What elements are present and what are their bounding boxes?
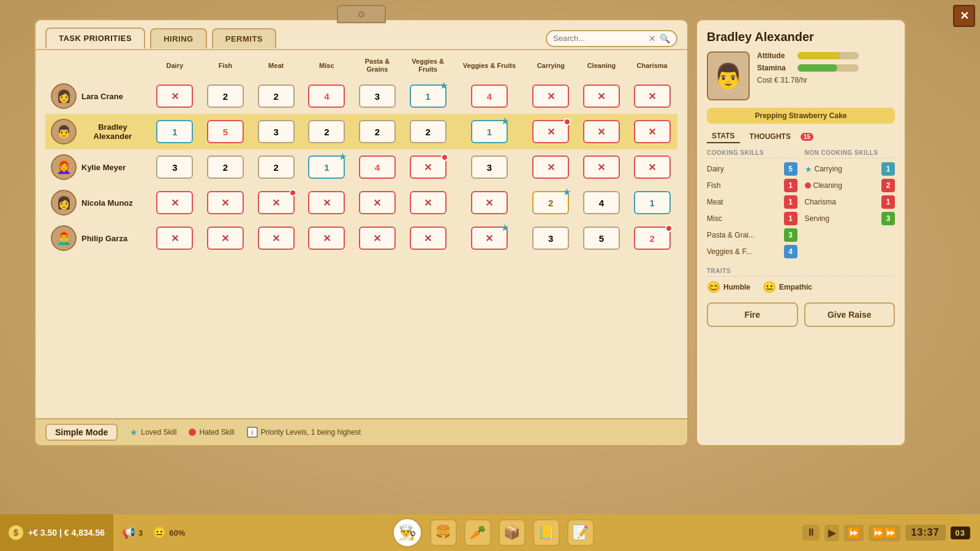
bottom-bar: Simple Mode ★ Loved Skill Hated Skill i …	[36, 418, 687, 445]
give-raise-button[interactable]: Give Raise	[804, 302, 895, 327]
skill-cell[interactable]: ✕	[359, 191, 396, 214]
skill-cell[interactable]: ✕	[207, 227, 244, 250]
skill-cell[interactable]: 2	[258, 84, 295, 108]
skill-cell[interactable]: ✕★	[471, 227, 508, 250]
skill-cell[interactable]: 3	[156, 156, 193, 179]
skill-cell[interactable]: 5	[583, 227, 620, 250]
ledger-nav-icon[interactable]: 📒	[533, 519, 560, 546]
skill-cell[interactable]: ✕	[258, 191, 295, 214]
skill-cell[interactable]: ✕	[410, 227, 447, 250]
skill-cell[interactable]: 5	[207, 120, 244, 143]
skill-cell[interactable]: 2	[359, 120, 396, 143]
skill-cell[interactable]: ✕	[583, 84, 620, 108]
skill-cell[interactable]: 4	[359, 156, 396, 179]
trait-name: Empathic	[779, 283, 812, 291]
skill-cell[interactable]: 3	[258, 120, 295, 143]
fast-forward-button[interactable]: ⏩	[844, 525, 864, 541]
skills-table: Dairy Fish Meat Misc Pasta & Grains Vegg…	[45, 55, 677, 256]
menu-nav-icon[interactable]: 🍔	[430, 519, 457, 546]
pause-button[interactable]: ⏸	[802, 525, 820, 541]
worker-row-kylie-meyer[interactable]: 👩‍🦰 Kylie Meyer 3 2 2 1★ 4 ✕ 3 ✕ ✕ ✕	[45, 149, 677, 185]
worker-row-lara-crane[interactable]: 👩 Lara Crane ✕ 2 2 4 3 1★ 4 ✕ ✕ ✕	[45, 78, 677, 114]
close-button[interactable]: ✕	[953, 5, 975, 27]
worker-row-nicola-munoz[interactable]: 👩 Nicola Munoz ✕ ✕ ✕ ✕ ✕ ✕ ✕ 2★ 4 1	[45, 185, 677, 220]
tab-task-priorities[interactable]: TASK PRIORITIES	[45, 28, 145, 49]
chef-nav-icon[interactable]: 👨‍🍳	[392, 517, 423, 548]
skill-cell[interactable]: 1	[634, 191, 671, 214]
skill-cell[interactable]: 3	[359, 84, 396, 108]
simple-mode-label[interactable]: Simple Mode	[45, 424, 118, 441]
skill-cell[interactable]: ✕	[634, 156, 671, 179]
skill-value-badge: 3	[784, 228, 797, 242]
skill-cell[interactable]: 2★	[532, 191, 569, 214]
skill-td-meat: 2	[251, 149, 301, 185]
skill-cell[interactable]: 1★	[471, 120, 508, 143]
skill-cell[interactable]: 1★	[410, 84, 447, 108]
skill-cell[interactable]: ✕	[583, 120, 620, 143]
skill-cell[interactable]: ✕	[583, 156, 620, 179]
worker-detail-card: 👨 Attitude Stamina Cost € 31.78/hr	[707, 51, 895, 100]
col-header-pasta: Pasta & Grains	[352, 55, 403, 78]
skill-cell[interactable]: 1	[156, 120, 193, 143]
skill-cell[interactable]: ✕	[308, 191, 345, 214]
skill-cell[interactable]: ✕	[156, 227, 193, 250]
skill-cell[interactable]: ✕	[410, 191, 447, 214]
tab-permits[interactable]: PERMITS	[212, 28, 276, 48]
skill-cell[interactable]: ✕	[410, 156, 447, 179]
priority-icon: i	[247, 427, 258, 438]
skill-cell[interactable]: ✕	[532, 84, 569, 108]
traits-section: TRAITS 😊 Humble 😐 Empathic	[707, 268, 895, 294]
search-input[interactable]	[553, 34, 645, 43]
skill-td-misc: ✕	[301, 220, 352, 256]
taskbar-controls: ⏸ ▶ ⏩ ⏩⏩ 13:37 03	[793, 525, 980, 541]
col-header-misc: Misc	[301, 55, 352, 78]
skill-cell[interactable]: ✕	[359, 227, 396, 250]
search-clear-icon[interactable]: ✕	[649, 34, 656, 43]
skill-cell[interactable]: ✕	[308, 227, 345, 250]
skill-cell[interactable]: ✕	[532, 156, 569, 179]
skill-cell[interactable]: 3	[532, 227, 569, 250]
skill-td-fish: 2	[200, 78, 251, 114]
fire-button[interactable]: Fire	[707, 302, 798, 327]
skill-cell[interactable]: 2	[207, 156, 244, 179]
faster-button[interactable]: ⏩⏩	[869, 525, 900, 541]
detail-tab-stats[interactable]: STATS	[707, 130, 740, 143]
tab-hiring[interactable]: HIRING	[150, 28, 207, 48]
trait-name: Humble	[723, 283, 750, 291]
skill-cell[interactable]: 1★	[308, 156, 345, 179]
ingredients-nav-icon[interactable]: 🥕	[464, 519, 491, 546]
skill-cell[interactable]: 2	[634, 227, 671, 250]
skill-cell[interactable]: ✕	[207, 191, 244, 214]
skill-cell[interactable]: 4	[583, 191, 620, 214]
play-button[interactable]: ▶	[824, 525, 839, 541]
hated-icon	[805, 182, 811, 189]
skill-cell[interactable]: 3	[471, 156, 508, 179]
worker-row-philip-garza[interactable]: 👨‍🦰 Philip Garza ✕ ✕ ✕ ✕ ✕ ✕ ✕★ 3 5 2	[45, 220, 677, 256]
skill-cell[interactable]: ✕	[634, 84, 671, 108]
skill-cell[interactable]: 2	[308, 120, 345, 143]
hated-dot-icon	[665, 225, 673, 232]
alert-item-notifications[interactable]: 📢 3	[122, 526, 143, 539]
skill-cell[interactable]: ✕	[156, 191, 193, 214]
skill-cell[interactable]: 4	[471, 84, 508, 108]
skill-cell[interactable]: ✕	[532, 120, 569, 143]
skill-cell[interactable]: ✕	[634, 120, 671, 143]
alert-item-happiness[interactable]: 😐 60%	[153, 526, 185, 539]
skill-name-container: Serving	[805, 214, 830, 223]
skill-cell[interactable]: ✕	[471, 191, 508, 214]
alert-count: 3	[138, 528, 143, 538]
trait-item: 😊 Humble	[707, 280, 750, 294]
notes-nav-icon[interactable]: 📝	[567, 519, 594, 546]
skill-cell[interactable]: 2	[258, 156, 295, 179]
cooking-skill-row: Veggies & F... 4	[707, 245, 797, 258]
skill-cell[interactable]: 2	[207, 84, 244, 108]
skill-cell[interactable]: ✕	[258, 227, 295, 250]
worker-row-bradley-alexander[interactable]: 👨 Bradley Alexander 1 5 3 2 2 2 1★ ✕ ✕ ✕	[45, 114, 677, 149]
skill-cell[interactable]: 4	[308, 84, 345, 108]
skill-td-carrying: ✕	[453, 185, 526, 220]
skill-cell[interactable]: 2	[410, 120, 447, 143]
supplies-nav-icon[interactable]: 📦	[499, 519, 526, 546]
skill-cell[interactable]: ✕	[156, 84, 193, 108]
detail-tab-thoughts[interactable]: THOUGHTS	[745, 130, 796, 143]
worker-name-cell: 👩 Nicola Munoz	[45, 185, 149, 220]
